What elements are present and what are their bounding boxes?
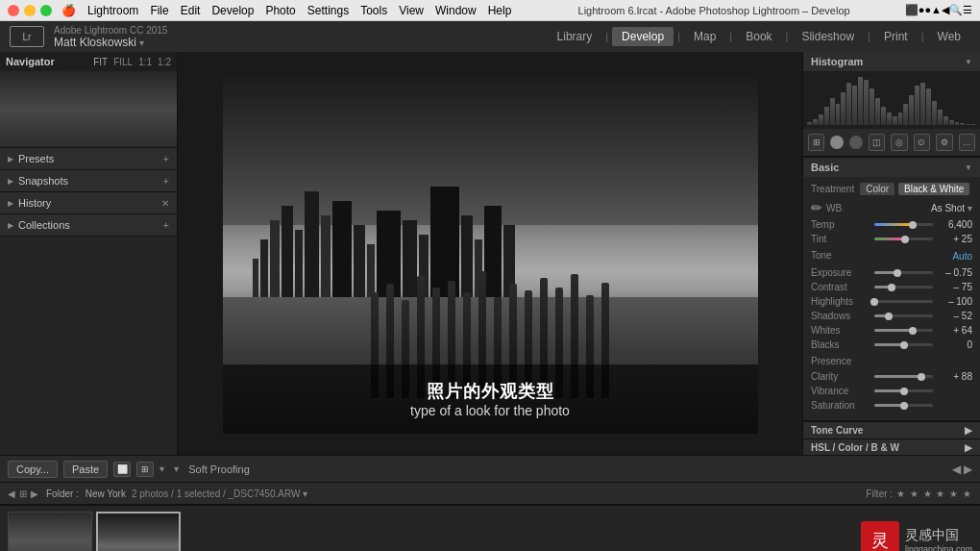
- shadows-slider[interactable]: [874, 314, 933, 317]
- exposure-value: – 0.75: [939, 267, 972, 278]
- contrast-value: – 75: [939, 282, 972, 292]
- menu-file[interactable]: File: [150, 4, 168, 17]
- radial-tool[interactable]: ◎: [891, 134, 907, 151]
- contrast-slider[interactable]: [874, 286, 933, 288]
- nav-map[interactable]: Map: [684, 27, 725, 46]
- clarity-slider[interactable]: [874, 375, 933, 378]
- temp-value: 6,400: [939, 219, 972, 230]
- treatment-color[interactable]: Color: [860, 183, 894, 195]
- saturation-label: Saturation: [811, 400, 869, 411]
- view-icon-btn[interactable]: ⬜: [113, 462, 131, 477]
- menu-photo[interactable]: Photo: [265, 4, 295, 17]
- snapshots-header[interactable]: ▶ Snapshots +: [0, 170, 177, 191]
- saturation-thumb[interactable]: [900, 402, 908, 410]
- temp-slider[interactable]: [874, 223, 933, 226]
- nav-fit[interactable]: FIT: [93, 57, 108, 67]
- exposure-thumb[interactable]: [894, 269, 901, 277]
- menu-lightroom[interactable]: Lightroom: [87, 4, 138, 17]
- exposure-slider[interactable]: [874, 271, 933, 274]
- nav-grid-icon[interactable]: ⊞: [19, 488, 27, 499]
- more-tool[interactable]: …: [959, 134, 975, 151]
- settings-tool[interactable]: ⚙: [936, 134, 952, 151]
- bottom-toolbar: Copy... Paste ⬜ ⊞ ▾ ▾ Soft Proofing ◀ ▶: [0, 455, 980, 482]
- nav-1to2[interactable]: 1:2: [158, 57, 171, 67]
- eyedropper-icon[interactable]: ✏: [811, 200, 822, 215]
- close-button[interactable]: [8, 5, 19, 16]
- snapshots-add-icon[interactable]: +: [163, 175, 169, 187]
- highlights-thumb[interactable]: [870, 298, 878, 306]
- view-options[interactable]: ▾: [159, 463, 164, 474]
- minimize-button[interactable]: [24, 5, 36, 16]
- nav-next-btn[interactable]: ▶: [31, 488, 38, 499]
- wb-dropdown-icon[interactable]: ▾: [968, 203, 972, 213]
- prev-arrow[interactable]: ◀: [952, 463, 961, 476]
- crop-tool[interactable]: ⊞: [808, 134, 824, 151]
- contrast-thumb[interactable]: [888, 284, 895, 291]
- copy-button[interactable]: Copy...: [8, 461, 58, 478]
- snapshots-expand-icon: ▶: [8, 177, 13, 186]
- paste-button[interactable]: Paste: [63, 461, 108, 478]
- menu-tools[interactable]: Tools: [360, 4, 387, 17]
- history-expand-icon: ▶: [8, 199, 13, 208]
- menu-develop[interactable]: Develop: [211, 4, 254, 17]
- collections-add-icon[interactable]: +: [163, 219, 169, 231]
- nav-library[interactable]: Library: [548, 27, 602, 46]
- vibrance-thumb[interactable]: [900, 388, 908, 395]
- grid-icon-btn[interactable]: ⊞: [136, 462, 154, 477]
- blacks-label: Blacks: [811, 339, 869, 350]
- nav-book[interactable]: Book: [736, 27, 781, 46]
- tint-slider[interactable]: [874, 238, 933, 240]
- clarity-thumb[interactable]: [918, 373, 925, 381]
- presets-label: Presets: [18, 153, 54, 164]
- star-rating[interactable]: ★ ★ ★ ★ ★ ★: [896, 488, 972, 499]
- develop-options[interactable]: ▾: [174, 463, 179, 474]
- vibrance-slider[interactable]: [874, 389, 933, 392]
- auto-button[interactable]: Auto: [952, 251, 972, 262]
- nav-develop[interactable]: Develop: [612, 27, 674, 46]
- hsl-header[interactable]: HSL / Color / B & W ▶: [803, 438, 980, 455]
- nav-prev-btn[interactable]: ◀: [8, 488, 15, 499]
- menu-help[interactable]: Help: [488, 4, 512, 17]
- history-header[interactable]: ▶ History ✕: [0, 192, 177, 213]
- filmstrip-thumb-2[interactable]: [96, 512, 181, 552]
- next-arrow[interactable]: ▶: [964, 463, 972, 476]
- histogram-header[interactable]: Histogram ▼: [803, 52, 980, 71]
- spot-tool[interactable]: [830, 136, 844, 149]
- nav-web[interactable]: Web: [928, 27, 970, 46]
- whites-slider[interactable]: [874, 329, 933, 332]
- blacks-thumb[interactable]: [900, 341, 908, 349]
- treatment-bw[interactable]: Black & White: [898, 183, 969, 195]
- graduated-tool[interactable]: ◫: [869, 134, 885, 151]
- menu-edit[interactable]: Edit: [181, 4, 201, 17]
- maximize-button[interactable]: [40, 5, 52, 16]
- histogram-bar: [864, 80, 869, 125]
- clarity-value: + 88: [939, 371, 972, 382]
- basic-header[interactable]: Basic ▼: [803, 158, 980, 177]
- histogram-bar: [966, 124, 970, 125]
- filmstrip-thumb-1[interactable]: [8, 512, 92, 552]
- redeye-tool[interactable]: [849, 136, 863, 149]
- nav-1to1[interactable]: 1:1: [138, 57, 152, 67]
- nav-print[interactable]: Print: [874, 27, 918, 46]
- collections-header[interactable]: ▶ Collections +: [0, 214, 177, 236]
- presets-header[interactable]: ▶ Presets +: [0, 148, 177, 169]
- menu-settings[interactable]: Settings: [307, 4, 349, 17]
- presets-add-icon[interactable]: +: [163, 153, 169, 164]
- highlights-slider[interactable]: [874, 300, 933, 303]
- folder-name[interactable]: New York: [86, 488, 126, 499]
- menu-window[interactable]: Window: [435, 4, 477, 17]
- shadows-thumb[interactable]: [885, 313, 893, 320]
- whites-thumb[interactable]: [909, 327, 917, 335]
- menu-view[interactable]: View: [399, 4, 424, 17]
- temp-thumb[interactable]: [909, 221, 917, 229]
- nav-slideshow[interactable]: Slideshow: [792, 27, 864, 46]
- brush-tool[interactable]: ⊙: [914, 134, 930, 151]
- blacks-slider[interactable]: [874, 343, 933, 346]
- menu-apple[interactable]: 🍎: [61, 4, 76, 17]
- history-close-icon[interactable]: ✕: [161, 198, 169, 209]
- nav-fill[interactable]: FILL: [113, 57, 133, 67]
- highlights-row: Highlights – 100: [811, 296, 972, 307]
- tone-curve-header[interactable]: Tone Curve ▶: [803, 421, 980, 438]
- saturation-slider[interactable]: [874, 404, 933, 407]
- tint-thumb[interactable]: [901, 236, 909, 243]
